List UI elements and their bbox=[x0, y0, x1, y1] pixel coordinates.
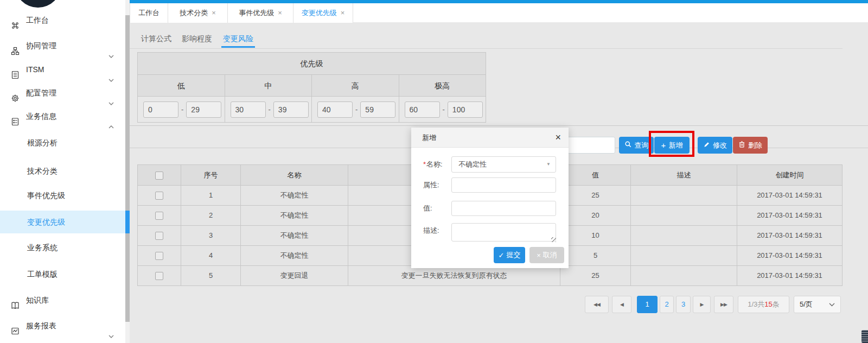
close-tab-icon[interactable]: × bbox=[278, 9, 282, 17]
last-page-button[interactable]: ▶▶ bbox=[714, 296, 733, 313]
resize-grip-icon[interactable] bbox=[551, 237, 556, 242]
sidebar-subitem-root-analysis[interactable]: 根源分析 bbox=[0, 131, 125, 154]
tab-tech-category[interactable]: 技术分类× bbox=[168, 3, 228, 23]
next-page-button[interactable]: ▶ bbox=[693, 296, 711, 313]
sidebar-subitem-ticket-template[interactable]: 工单模版 bbox=[0, 263, 125, 285]
submit-button[interactable]: ✓ 提交 bbox=[494, 247, 525, 263]
page-3-button[interactable]: 3 bbox=[676, 296, 691, 313]
dropdown-arrow-icon: ▼ bbox=[546, 157, 551, 172]
desc-field-label: 描述: bbox=[423, 223, 439, 239]
sidebar-subitem-label: 技术分类 bbox=[27, 160, 58, 182]
delete-button[interactable]: 删除 bbox=[733, 137, 768, 154]
required-mark: * bbox=[423, 160, 426, 168]
sidebar-item-label: 工作台 bbox=[26, 9, 49, 31]
submit-button-label: 提交 bbox=[506, 250, 520, 260]
low-to-input[interactable] bbox=[186, 101, 221, 118]
table-row[interactable]: 5 变更回退 变更一旦失败无法恢复到原有状态 25 2017-03-01 14:… bbox=[138, 266, 842, 286]
org-chart-icon bbox=[11, 41, 20, 50]
chevron-down-icon bbox=[829, 296, 835, 313]
cell-created: 2017-03-01 14:59:31 bbox=[737, 246, 842, 265]
row-checkbox[interactable] bbox=[155, 192, 163, 200]
attr-field-label: 属性: bbox=[423, 177, 439, 193]
add-button[interactable]: + 新增 bbox=[654, 137, 690, 154]
cell-value: 25 bbox=[560, 186, 631, 205]
critical-to-input[interactable] bbox=[448, 101, 483, 118]
sidebar-item-workbench[interactable]: 工作台 bbox=[0, 9, 125, 31]
search-button[interactable]: 查询 bbox=[619, 137, 654, 154]
modify-button[interactable]: 修改 bbox=[698, 137, 732, 154]
tab-incident-priority[interactable]: 事件优先级× bbox=[228, 3, 293, 23]
cell-seq: 1 bbox=[181, 186, 241, 205]
close-icon[interactable]: × bbox=[555, 128, 561, 148]
header-value: 值 bbox=[560, 165, 631, 185]
sidebar-item-label: 配置管理 bbox=[26, 81, 56, 104]
subtab-label: 变更风险 bbox=[223, 34, 253, 43]
priority-level-high: 高 bbox=[312, 75, 399, 96]
gear-icon bbox=[11, 88, 20, 97]
row-checkbox[interactable] bbox=[155, 252, 163, 260]
name-select-value: 不确定性 bbox=[458, 160, 487, 168]
desc-textarea[interactable] bbox=[451, 223, 556, 242]
modify-button-label: 修改 bbox=[713, 141, 727, 150]
active-item-indicator bbox=[125, 211, 130, 233]
cell-seq: 2 bbox=[181, 206, 241, 225]
medium-from-input[interactable] bbox=[231, 101, 266, 118]
select-all-checkbox[interactable] bbox=[155, 172, 163, 180]
tab-label: 工作台 bbox=[138, 9, 159, 17]
workbench-grid-icon bbox=[11, 16, 20, 24]
prev-page-button[interactable]: ◀ bbox=[612, 296, 631, 313]
search-icon bbox=[624, 141, 632, 150]
sidebar-subitem-label: 事件优先级 bbox=[27, 184, 65, 207]
cancel-button[interactable]: × 取消 bbox=[529, 247, 564, 263]
sidebar-subitem-change-priority-active[interactable]: 变更优先级 bbox=[0, 211, 125, 233]
subtab-impact-level[interactable]: 影响程度 bbox=[181, 29, 213, 48]
cell-desc bbox=[631, 186, 737, 205]
close-tab-icon[interactable]: × bbox=[341, 9, 345, 17]
cell-value: 10 bbox=[560, 226, 631, 245]
sidebar-item-collaboration[interactable]: 协同管理 bbox=[0, 34, 125, 57]
page-2-button[interactable]: 2 bbox=[660, 296, 674, 313]
sidebar-item-service-report[interactable]: 服务报表 bbox=[0, 314, 125, 337]
sidebar-scrollbar[interactable] bbox=[125, 0, 130, 343]
header-seq: 序号 bbox=[181, 165, 241, 185]
subtab-calc-formula[interactable]: 计算公式 bbox=[140, 29, 173, 48]
row-checkbox[interactable] bbox=[155, 232, 163, 240]
sidebar-item-itsm[interactable]: ITSM bbox=[0, 58, 125, 81]
sidebar-scrollbar-thumb[interactable] bbox=[125, 15, 130, 322]
name-select[interactable]: 不确定性 ▼ bbox=[451, 156, 556, 173]
value-field-label: 值: bbox=[423, 200, 432, 217]
corner-grip-widget[interactable] bbox=[861, 330, 868, 343]
sidebar: 工作台 协同管理 ITSM 配置管理 业务信息 根源分析 技术分类 事件优 bbox=[0, 0, 125, 343]
row-checkbox[interactable] bbox=[155, 212, 163, 220]
cell-name: 不确定性 bbox=[241, 186, 348, 205]
sidebar-subitem-incident-priority[interactable]: 事件优先级 bbox=[0, 184, 125, 207]
low-from-input[interactable] bbox=[143, 101, 178, 118]
close-tab-icon[interactable]: × bbox=[212, 9, 216, 17]
pagination: ◀◀ ◀ 1 2 3 ▶ ▶▶ 1/3共15条 5/页 bbox=[585, 296, 841, 313]
attr-input[interactable] bbox=[451, 177, 556, 193]
per-page-select[interactable]: 5/页 bbox=[794, 296, 841, 313]
high-to-input[interactable] bbox=[360, 101, 395, 118]
tab-change-priority-active[interactable]: 变更优先级× bbox=[293, 3, 353, 23]
cell-created: 2017-03-01 14:59:31 bbox=[737, 226, 842, 245]
critical-from-input[interactable] bbox=[405, 101, 440, 118]
sidebar-item-knowledge-base[interactable]: 知识库 bbox=[0, 289, 125, 312]
sidebar-item-configuration[interactable]: 配置管理 bbox=[0, 81, 125, 104]
sidebar-subitem-tech-category[interactable]: 技术分类 bbox=[0, 160, 125, 182]
medium-to-input[interactable] bbox=[273, 101, 309, 118]
cell-value: 5 bbox=[560, 246, 631, 265]
chevron-down-icon bbox=[108, 324, 114, 343]
page-1-button[interactable]: 1 bbox=[637, 296, 658, 313]
high-from-input[interactable] bbox=[317, 101, 353, 118]
book-icon bbox=[11, 296, 20, 304]
first-page-button[interactable]: ◀◀ bbox=[585, 296, 609, 313]
row-checkbox[interactable] bbox=[155, 272, 163, 280]
cell-value: 25 bbox=[560, 266, 631, 285]
value-input[interactable] bbox=[451, 201, 556, 216]
tab-workbench[interactable]: 工作台 bbox=[130, 3, 168, 23]
sidebar-subitem-business-system[interactable]: 业务系统 bbox=[0, 236, 125, 259]
subtab-change-risk-active[interactable]: 变更风险 bbox=[221, 29, 255, 48]
x-icon: × bbox=[537, 251, 541, 259]
sidebar-item-business-info[interactable]: 业务信息 bbox=[0, 105, 125, 128]
priority-table-title: 优先级 bbox=[138, 53, 486, 75]
